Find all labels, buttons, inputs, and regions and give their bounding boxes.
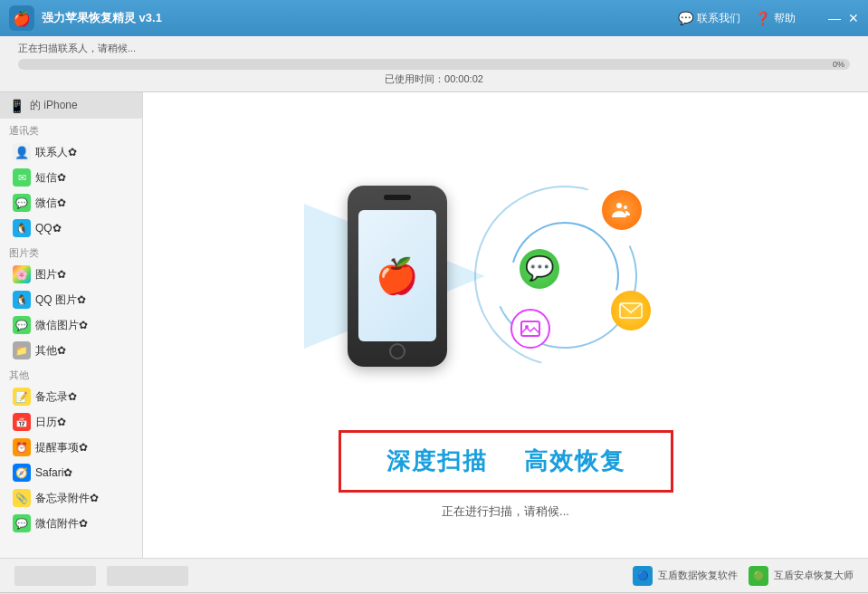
ad-data-recovery-label: 互盾数据恢复软件 [658,569,738,582]
float-contacts-icon [602,190,642,230]
notes-icon: 📝 [13,388,31,406]
wechat-photos-label: 微信图片✿ [35,318,88,333]
chat-icon: 💬 [678,11,693,25]
qq-icon: 🐧 [13,219,31,237]
section-title-photos: 图片类 [0,241,142,262]
sidebar-item-sms[interactable]: ✉ 短信✿ [0,165,142,190]
scan-banner: 深度扫描 高效恢复 [339,430,673,493]
float-photo-icon [510,309,550,349]
device-icon: 📱 [9,99,24,113]
phone-top-bar [384,195,411,200]
contact-us-label: 联系我们 [697,11,740,26]
close-button[interactable]: ✕ [848,11,859,25]
title-actions: 💬 联系我们 ❓ 帮助 — ✕ [678,11,859,26]
scanning-status: 正在进行扫描，请稍候... [442,503,569,520]
efficient-recover-text: 高效恢复 [524,446,625,477]
content-area: 🍎 [143,92,868,558]
contact-us-button[interactable]: 💬 联系我们 [678,11,740,26]
notes-label: 备忘录✿ [35,389,77,405]
ad-android-recovery-label: 互盾安卓恢复大师 [774,569,854,582]
calendar-icon: 📅 [13,413,31,431]
safari-icon: 🧭 [13,464,31,482]
photos-label: 图片✿ [35,267,66,283]
sidebar-item-wechat-attach[interactable]: 💬 微信附件✿ [0,511,142,536]
device-name: 的 iPhone [30,98,78,113]
ad-item-data-recovery[interactable]: 🔵 互盾数据恢复软件 [633,566,738,586]
ad-item-android-recovery[interactable]: 🟢 互盾安卓恢复大师 [749,566,854,586]
svg-point-0 [616,203,622,208]
section-title-comms: 通讯类 [0,119,142,139]
sidebar-item-notes[interactable]: 📝 备忘录✿ [0,384,142,409]
contacts-label: 联系人✿ [35,145,77,160]
app-icon: 🍎 [9,5,34,31]
sidebar-item-photos[interactable]: 🌸 图片✿ [0,262,142,287]
wechat-attach-label: 微信附件✿ [35,516,88,532]
reminder-icon: ⏰ [13,438,31,456]
apple-logo-icon: 🍎 [376,256,418,296]
wechat-icon: 💬 [13,194,31,212]
photos-icon: 🌸 [13,265,31,283]
qq-photos-icon: 🐧 [13,291,31,309]
phone-screen: 🍎 [358,210,436,341]
scanning-label: 正在扫描联系人，请稍候... [18,42,850,55]
svg-point-1 [624,206,627,209]
sidebar-item-wechat-photos[interactable]: 💬 微信图片✿ [0,312,142,338]
app-title: 强力苹果恢复精灵 v3.1 [42,10,678,26]
sidebar-item-calendar[interactable]: 📅 日历✿ [0,409,142,435]
qq-photos-label: QQ 图片✿ [35,292,86,308]
wechat-label: 微信✿ [35,196,66,211]
title-bar: 🍎 强力苹果恢复精灵 v3.1 💬 联系我们 ❓ 帮助 — ✕ [0,0,868,36]
notes-attach-label: 备忘录附件✿ [35,491,99,506]
sidebar-item-reminder[interactable]: ⏰ 提醒事项✿ [0,435,142,460]
phone-body: 🍎 [348,186,447,367]
deep-scan-text: 深度扫描 [386,446,488,477]
ad-bar: 🔵 互盾数据恢复软件 🟢 互盾安卓恢复大师 [0,558,868,592]
progress-percent: 0% [833,59,844,70]
float-email-icon [611,291,651,331]
help-icon: ❓ [755,11,770,25]
other-photos-label: 其他✿ [35,343,66,359]
minimize-button[interactable]: — [828,11,841,25]
float-wechat-icon: 💬 [520,249,559,289]
window-controls: — ✕ [828,11,859,25]
wechat-attach-icon: 💬 [13,514,31,532]
sms-label: 短信✿ [35,170,66,186]
sidebar-item-other-photos[interactable]: 📁 其他✿ [0,338,142,363]
phone-container: 🍎 [348,186,447,367]
section-title-other: 其他 [0,363,142,384]
sidebar-item-contacts[interactable]: 👤 联系人✿ [0,139,142,165]
help-label: 帮助 [774,11,796,26]
progress-area: 正在扫描联系人，请稍候... 0% 已使用时间：00:00:02 [0,36,868,92]
contacts-icon: 👤 [13,143,31,161]
qq-label: QQ✿ [35,222,62,235]
sms-icon: ✉ [13,168,31,187]
sidebar-item-safari[interactable]: 🧭 Safari✿ [0,460,142,485]
main-layout: 📱 的 iPhone 通讯类 👤 联系人✿ ✉ 短信✿ 💬 微信✿ 🐧 QQ✿ … [0,92,868,558]
android-recovery-icon: 🟢 [749,566,768,586]
sidebar-item-qq-photos[interactable]: 🐧 QQ 图片✿ [0,287,142,312]
notes-attach-icon: 📎 [13,489,31,507]
ad-image-1 [14,566,96,586]
device-header: 📱 的 iPhone [0,92,142,119]
other-photos-icon: 📁 [13,341,31,359]
phone-home-button [389,343,405,359]
safari-label: Safari✿ [35,466,72,479]
progress-bar-track: 0% [18,59,850,70]
progress-time: 已使用时间：00:00:02 [18,72,850,86]
svg-rect-3 [521,321,539,336]
calendar-label: 日历✿ [35,415,66,430]
scan-illustration: 🍎 [161,131,850,421]
wechat-photos-icon: 💬 [13,316,31,334]
sidebar-item-wechat[interactable]: 💬 微信✿ [0,190,142,216]
help-button[interactable]: ❓ 帮助 [755,11,796,26]
reminder-label: 提醒事项✿ [35,440,88,455]
sidebar-item-qq[interactable]: 🐧 QQ✿ [0,216,142,241]
data-recovery-icon: 🔵 [633,566,653,586]
sidebar: 📱 的 iPhone 通讯类 👤 联系人✿ ✉ 短信✿ 💬 微信✿ 🐧 QQ✿ … [0,92,143,558]
sidebar-item-notes-attach[interactable]: 📎 备忘录附件✿ [0,485,142,511]
scan-target: 💬 [465,177,664,376]
ad-image-2 [107,566,188,586]
